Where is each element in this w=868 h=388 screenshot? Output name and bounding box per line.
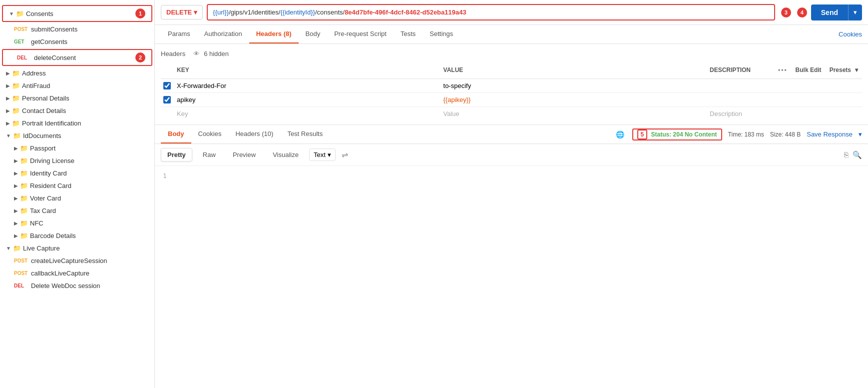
- folder-icon-drivinglicense: 📁: [20, 157, 28, 164]
- expand-caret-address: ▶: [6, 70, 10, 76]
- copy-icon[interactable]: ⎘: [844, 150, 849, 160]
- header-row-1-value[interactable]: to-specify: [439, 82, 706, 90]
- tab-response-headers-label: Headers: [235, 130, 260, 138]
- method-badge-del: DEL: [17, 55, 31, 60]
- sidebar-item-nfc[interactable]: ▶ 📁 NFC: [0, 217, 154, 230]
- header-empty-value[interactable]: Value: [439, 110, 706, 118]
- method-dropdown-icon: ▾: [194, 8, 197, 16]
- format-pretty[interactable]: Pretty: [161, 148, 192, 162]
- sidebar-item-taxcard[interactable]: ▶ 📁 Tax Card: [0, 204, 154, 217]
- sidebar-label-getconsents: getConsents: [31, 38, 67, 46]
- tab-params[interactable]: Params: [161, 25, 197, 44]
- method-badge-del-webdoc: DEL: [14, 283, 28, 288]
- format-raw[interactable]: Raw: [196, 148, 222, 162]
- expand-caret-barcodedetails: ▶: [14, 233, 18, 238]
- expand-caret-nfc: ▶: [14, 220, 18, 226]
- method-label: DELETE: [166, 8, 192, 16]
- sidebar-item-passport[interactable]: ▶ 📁 Passport: [0, 142, 154, 154]
- folder-icon-passport: 📁: [20, 144, 28, 152]
- sidebar-item-submitconsents[interactable]: POST submitConsents: [0, 23, 154, 36]
- sidebar-item-getconsents[interactable]: GET getConsents: [0, 36, 154, 48]
- sidebar-item-iddocuments[interactable]: ▼ 📁 IdDocuments: [0, 130, 154, 142]
- sidebar-label-deletewebdocsession: Delete WebDoc session: [31, 282, 100, 290]
- header-empty-key[interactable]: Key: [173, 110, 439, 118]
- save-response-button[interactable]: Save Response: [807, 130, 853, 138]
- sidebar: ▼ 📁 Consents 1 POST submitConsents GET g…: [0, 0, 155, 388]
- tab-body[interactable]: Body: [299, 25, 328, 44]
- folder-icon-consents: 📁: [16, 10, 24, 18]
- send-dropdown-button[interactable]: ▾: [848, 4, 862, 20]
- sidebar-item-votercard[interactable]: ▶ 📁 Voter Card: [0, 192, 154, 204]
- url-var-identityid: {{identityId}}: [280, 8, 315, 16]
- tab-response-body[interactable]: Body: [161, 125, 191, 144]
- sidebar-item-address[interactable]: ▶ 📁 Address: [0, 67, 154, 80]
- expand-caret-drivinglicense: ▶: [14, 158, 18, 164]
- method-badge-post-callback: POST: [14, 270, 28, 276]
- expand-caret-taxcard: ▶: [14, 208, 18, 214]
- presets-dropdown-icon[interactable]: ▾: [855, 66, 858, 74]
- sidebar-item-consents[interactable]: ▼ 📁 Consents 1: [2, 5, 152, 22]
- tab-response-headers[interactable]: Headers (10): [228, 125, 280, 144]
- bulk-edit-label[interactable]: Bulk Edit: [796, 66, 822, 74]
- tab-headers[interactable]: Headers (8): [249, 25, 299, 44]
- globe-icon: 🌐: [616, 130, 624, 138]
- sidebar-item-drivinglicense[interactable]: ▶ 📁 Driving License: [0, 154, 154, 167]
- folder-icon-livecapture: 📁: [13, 244, 21, 252]
- sidebar-item-contactdetails[interactable]: ▶ 📁 Contact Details: [0, 104, 154, 117]
- method-select[interactable]: DELETE ▾: [161, 5, 203, 20]
- sidebar-item-personaldetails[interactable]: ▶ 📁 Personal Details: [0, 92, 154, 104]
- sidebar-label-consents: Consents: [26, 10, 53, 18]
- sidebar-item-deleteconsent[interactable]: DEL deleteConsent 2: [2, 49, 152, 66]
- method-badge-post-live: POST: [14, 258, 28, 264]
- cookies-link[interactable]: Cookies: [839, 30, 862, 38]
- sidebar-item-identitycard[interactable]: ▶ 📁 Identity Card: [0, 167, 154, 180]
- expand-caret-iddocuments: ▼: [6, 133, 11, 138]
- sidebar-item-barcodedetails[interactable]: ▶ 📁 Barcode Details: [0, 230, 154, 242]
- header-empty-description[interactable]: Description: [706, 110, 862, 118]
- sidebar-item-antifraud[interactable]: ▶ 📁 AntiFraud: [0, 80, 154, 92]
- header-row-1-checkbox[interactable]: [163, 82, 171, 90]
- sidebar-label-iddocuments: IdDocuments: [23, 132, 61, 140]
- sidebar-item-residentcard[interactable]: ▶ 📁 Resident Card: [0, 180, 154, 192]
- header-row-2: apikey {{apikey}}: [161, 93, 862, 107]
- sidebar-item-createlivecapturesession[interactable]: POST createLiveCaptureSession: [0, 254, 154, 267]
- folder-icon-residentcard: 📁: [20, 182, 28, 190]
- wrap-icon[interactable]: ⇌: [342, 150, 348, 160]
- sidebar-item-deletewebdocsession[interactable]: DEL Delete WebDoc session: [0, 280, 154, 292]
- sidebar-item-portraitidentification[interactable]: ▶ 📁 Portrait Identification: [0, 117, 154, 130]
- tab-tests[interactable]: Tests: [394, 25, 423, 44]
- annotation-3: 3: [781, 8, 791, 18]
- sidebar-label-taxcard: Tax Card: [30, 207, 56, 214]
- format-preview[interactable]: Preview: [226, 148, 262, 162]
- tab-prerequest[interactable]: Pre-request Script: [327, 25, 394, 44]
- status-text: Status: 204 No Content: [651, 131, 717, 138]
- folder-icon-taxcard: 📁: [20, 207, 28, 214]
- folder-icon-portraitid: 📁: [12, 120, 20, 127]
- presets-label[interactable]: Presets: [830, 66, 851, 74]
- sidebar-label-submitconsents: submitConsents: [31, 26, 77, 33]
- sidebar-item-livecapture[interactable]: ▼ 📁 Live Capture: [0, 242, 154, 254]
- url-input[interactable]: {{url}}/gips/v1/identities/{{identityId}…: [207, 4, 775, 20]
- tab-response-cookies[interactable]: Cookies: [191, 125, 229, 144]
- header-row-2-value[interactable]: {{apikey}}: [439, 96, 706, 104]
- more-icon[interactable]: •••: [778, 66, 788, 74]
- response-tabs-bar: Body Cookies Headers (10) Test Results 🌐…: [155, 125, 868, 144]
- text-type-dropdown-icon: ▾: [328, 151, 331, 158]
- sidebar-label-votercard: Voter Card: [30, 194, 61, 202]
- text-type-select[interactable]: Text ▾: [309, 148, 336, 161]
- headers-content: Headers 👁 6 hidden KEY VALUE DESCRIPTION…: [155, 44, 868, 124]
- send-button[interactable]: Send: [811, 4, 848, 20]
- header-row-1-key[interactable]: X-Forwarded-For: [173, 82, 439, 90]
- tab-response-testresults[interactable]: Test Results: [280, 125, 330, 144]
- tab-settings[interactable]: Settings: [423, 25, 460, 44]
- header-row-2-checkbox[interactable]: [163, 96, 171, 104]
- sidebar-item-callbacklivecapture[interactable]: POST callbackLiveCapture: [0, 267, 154, 280]
- format-visualize[interactable]: Visualize: [266, 148, 305, 162]
- header-row-2-key[interactable]: apikey: [173, 96, 439, 104]
- main-content: DELETE ▾ {{url}}/gips/v1/identities/{{id…: [155, 0, 868, 388]
- annotation-2: 2: [135, 52, 145, 62]
- save-response-dropdown[interactable]: ▾: [859, 130, 862, 138]
- tab-authorization[interactable]: Authorization: [197, 25, 249, 44]
- expand-caret-votercard: ▶: [14, 196, 18, 201]
- search-icon[interactable]: 🔍: [853, 150, 862, 160]
